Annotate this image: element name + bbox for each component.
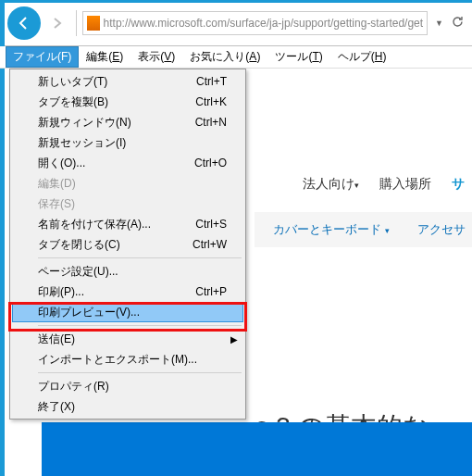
menu-item-new-window[interactable]: 新規ウィンドウ(N)Ctrl+N [12,112,243,132]
back-button[interactable] [7,6,41,40]
nav-accent[interactable]: サ [452,176,465,193]
menu-item-print[interactable]: 印刷(P)...Ctrl+P [12,282,243,302]
menu-separator [38,372,242,373]
menu-favorites[interactable]: お気に入り(A) [182,46,267,68]
page-sub-nav: カバーとキーボード ▾ アクセサ [255,212,472,247]
subnav-accessories[interactable]: アクセサ [417,221,466,238]
menu-file[interactable]: ファイル(F) [6,46,79,68]
menu-item-edit: 編集(D) [12,173,243,194]
address-url-text: http://www.microsoft.com/surface/ja-jp/s… [104,17,423,30]
browser-titlebar: http://www.microsoft.com/surface/ja-jp/s… [0,0,472,46]
menu-tools[interactable]: ツール(T) [267,46,329,68]
refresh-button[interactable] [451,15,465,31]
menu-item-new-session[interactable]: 新規セッション(I) [12,132,243,153]
menu-item-close-tab[interactable]: タブを閉じる(C)Ctrl+W [12,234,243,255]
menu-item-save: 保存(S) [12,194,243,214]
subnav-cover-keyboard[interactable]: カバーとキーボード ▾ [273,221,390,238]
nav-where-to-buy[interactable]: 購入場所 [379,176,431,193]
menu-item-properties[interactable]: プロパティ(R) [12,376,243,396]
menu-view[interactable]: 表示(V) [130,46,182,68]
arrow-left-icon [16,15,32,31]
forward-button[interactable] [44,10,70,36]
menu-item-exit[interactable]: 終了(X) [12,396,243,417]
menu-item-print-preview[interactable]: 印刷プレビュー(V)... [12,302,243,322]
address-bar[interactable]: http://www.microsoft.com/surface/ja-jp/s… [82,11,428,35]
menu-separator [38,257,242,258]
chevron-right-icon: ▶ [230,334,238,344]
menu-edit[interactable]: 編集(E) [79,46,130,68]
menu-item-new-tab[interactable]: 新しいタブ(T)Ctrl+T [12,71,243,92]
menu-item-page-setup[interactable]: ページ設定(U)... [12,261,243,282]
menu-item-send[interactable]: 送信(E)▶ [12,329,243,349]
file-menu-dropdown: 新しいタブ(T)Ctrl+T タブを複製(B)Ctrl+K 新規ウィンドウ(N)… [9,69,246,420]
page-top-nav: 法人向け▾ 購入場所 サ [303,176,472,193]
menu-item-duplicate-tab[interactable]: タブを複製(B)Ctrl+K [12,92,243,112]
menu-item-save-as[interactable]: 名前を付けて保存(A)...Ctrl+S [12,214,243,234]
menu-item-import-export[interactable]: インポートとエクスポート(M)... [12,349,243,370]
menu-separator [38,325,242,326]
favicon-icon [87,16,100,31]
refresh-icon [451,15,465,29]
menu-bar: ファイル(F) 編集(E) 表示(V) お気に入り(A) ツール(T) ヘルプ(… [0,46,472,69]
dropdown-icon[interactable]: ▼ [435,19,443,28]
arrow-right-icon [51,17,64,30]
page-blue-band [42,422,472,476]
menu-help[interactable]: ヘルプ(H) [330,46,394,68]
menu-item-open[interactable]: 開く(O)...Ctrl+O [12,153,243,173]
nav-business[interactable]: 法人向け▾ [303,176,359,193]
